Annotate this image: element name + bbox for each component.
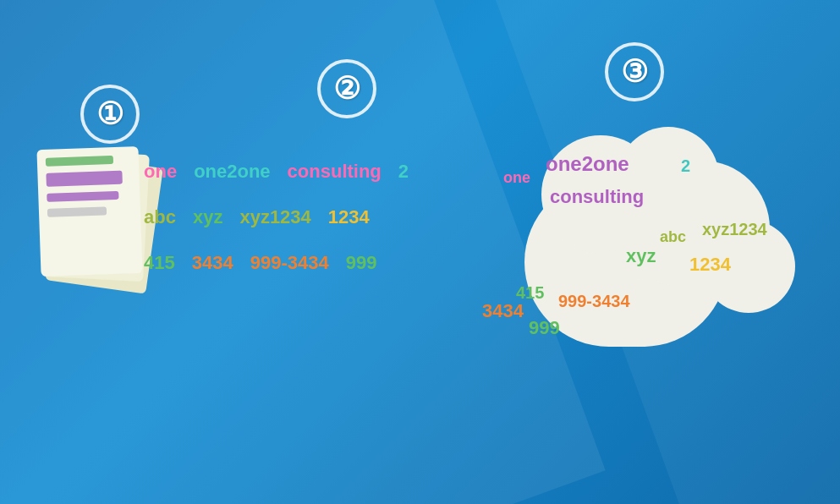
doc-line	[46, 171, 123, 187]
text-section: one one2one consulting 2 abc xyz xyz1234…	[144, 161, 465, 298]
step-circle-2: ②	[317, 59, 376, 118]
step-number-3: ③	[621, 54, 648, 90]
text-one2one: one2one	[194, 161, 270, 183]
cloud-text-xyz1234: xyz1234	[702, 220, 767, 239]
doc-line	[47, 206, 107, 216]
step-number-1: ①	[96, 96, 124, 132]
cloud-text-xyz: xyz	[626, 245, 656, 267]
text-row-1: one one2one consulting 2	[144, 161, 465, 183]
cloud-text-999: 999	[529, 317, 560, 339]
text-415: 415	[144, 252, 175, 274]
cloud-text-consulting: consulting	[550, 186, 644, 208]
text-xyz: xyz	[193, 206, 222, 228]
text-1234: 1234	[328, 206, 370, 228]
text-2: 2	[398, 161, 409, 183]
text-one: one	[144, 161, 177, 183]
cloud-text-999-3434: 999-3434	[558, 292, 630, 311]
doc-line	[46, 156, 113, 167]
step-circle-3: ③	[605, 42, 664, 101]
cloud-text-one2one: one2one	[546, 152, 629, 176]
cloud-text-abc: abc	[660, 228, 686, 246]
cloud-text-3434: 3434	[482, 300, 524, 322]
text-row-2: abc xyz xyz1234 1234	[144, 206, 465, 228]
text-abc: abc	[144, 206, 176, 228]
text-3434: 3434	[192, 252, 233, 274]
cloud-text-2: 2	[681, 156, 690, 176]
cloud-text-one: one	[503, 169, 530, 187]
text-xyz1234: xyz1234	[239, 206, 310, 228]
text-row-3: 415 3434 999-3434 999	[144, 252, 465, 274]
doc-front	[36, 146, 142, 277]
text-consulting: consulting	[288, 161, 382, 183]
cloud-texts: one one2one consulting 2 abc xyz xyz1234…	[474, 118, 804, 389]
text-999: 999	[346, 252, 377, 274]
doc-line	[47, 191, 118, 202]
step-circle-1: ①	[80, 85, 140, 144]
text-999-3434: 999-3434	[250, 252, 329, 274]
cloud-text-1234: 1234	[689, 254, 731, 276]
step-number-2: ②	[333, 71, 360, 107]
